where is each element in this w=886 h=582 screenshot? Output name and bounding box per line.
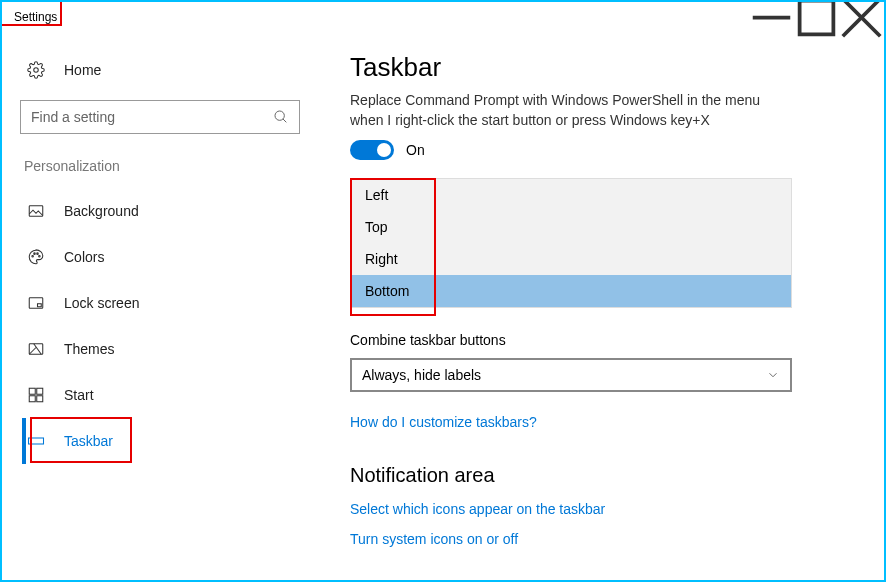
nav-label: Background [64, 203, 139, 219]
powershell-toggle-row: On [350, 140, 854, 160]
home-row[interactable]: Home [20, 50, 322, 90]
lockscreen-icon [24, 294, 48, 312]
svg-point-8 [32, 256, 34, 258]
svg-rect-1 [800, 0, 834, 34]
titlebar: Settings [2, 2, 884, 32]
svg-point-5 [275, 111, 284, 120]
notif-icons-link[interactable]: Select which icons appear on the taskbar [350, 501, 854, 517]
nav-lockscreen[interactable]: Lock screen [20, 280, 322, 326]
svg-point-11 [39, 256, 41, 258]
minimize-button[interactable] [749, 2, 794, 32]
svg-rect-13 [38, 304, 42, 307]
customize-link[interactable]: How do I customize taskbars? [350, 414, 854, 430]
picture-icon [24, 202, 48, 220]
svg-line-6 [283, 119, 286, 122]
search-input[interactable]: Find a setting [20, 100, 300, 134]
svg-rect-17 [29, 396, 35, 402]
nav-indicator [22, 418, 26, 464]
nav-label: Start [64, 387, 94, 403]
toggle-label: On [406, 142, 425, 158]
nav-background[interactable]: Background [20, 188, 322, 234]
svg-rect-15 [29, 388, 35, 394]
gear-icon [24, 61, 48, 79]
svg-point-4 [34, 68, 39, 73]
sidebar: Home Find a setting Personalization Back… [2, 32, 322, 580]
combine-label: Combine taskbar buttons [350, 332, 854, 348]
nav-label: Themes [64, 341, 115, 357]
search-icon [273, 109, 289, 125]
combine-dropdown[interactable]: Always, hide labels [350, 358, 792, 392]
svg-rect-7 [29, 206, 43, 217]
page-title: Taskbar [350, 52, 854, 83]
nav-label: Colors [64, 249, 104, 265]
chevron-down-icon [766, 368, 780, 382]
themes-icon [24, 340, 48, 358]
nav-label: Lock screen [64, 295, 139, 311]
svg-rect-16 [37, 388, 43, 394]
highlight-title [0, 0, 62, 26]
palette-icon [24, 248, 48, 266]
nav-colors[interactable]: Colors [20, 234, 322, 280]
nav-themes[interactable]: Themes [20, 326, 322, 372]
nav-start[interactable]: Start [20, 372, 322, 418]
main-panel: Taskbar Replace Command Prompt with Wind… [322, 32, 884, 580]
home-label: Home [64, 62, 101, 78]
search-placeholder: Find a setting [31, 109, 273, 125]
notification-heading: Notification area [350, 464, 854, 487]
svg-point-10 [37, 253, 39, 255]
window-controls [749, 2, 884, 32]
section-label: Personalization [24, 158, 322, 174]
start-icon [24, 386, 48, 404]
highlight-taskbar [30, 417, 132, 463]
close-button[interactable] [839, 2, 884, 32]
combine-value: Always, hide labels [362, 367, 481, 383]
notif-system-link[interactable]: Turn system icons on or off [350, 531, 854, 547]
highlight-dropdown [350, 178, 436, 316]
svg-rect-18 [37, 396, 43, 402]
maximize-button[interactable] [794, 2, 839, 32]
taskbar-position-dropdown[interactable]: Left Top Right Bottom [350, 178, 792, 308]
svg-point-9 [34, 253, 36, 255]
toggle-switch[interactable] [350, 140, 394, 160]
setting-description: Replace Command Prompt with Windows Powe… [350, 93, 854, 130]
